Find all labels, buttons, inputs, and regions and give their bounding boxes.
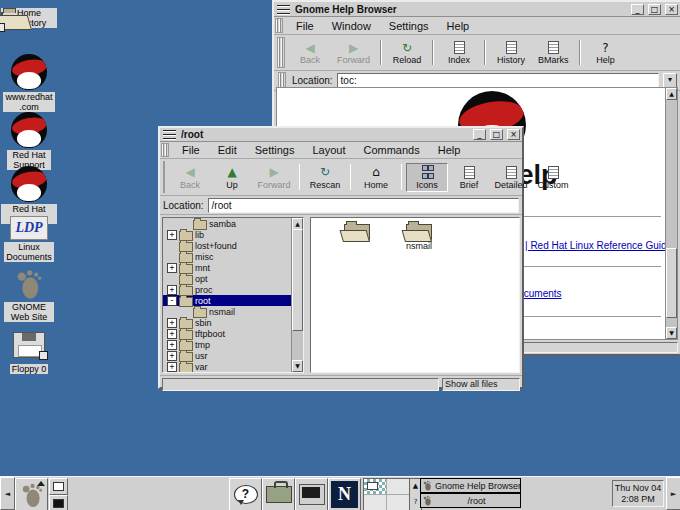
tree-item-misc[interactable]: misc: [163, 251, 292, 262]
toolbar-drag-handle[interactable]: [277, 37, 285, 68]
desktop-icon-linux-documents[interactable]: LDP Linux Documents: [1, 216, 57, 264]
file-item-nsmail[interactable]: nsmail: [391, 224, 447, 251]
bmarks-button[interactable]: BMarks: [532, 38, 575, 67]
workspace-1-active[interactable]: [364, 479, 386, 494]
scroll-down-icon[interactable]: ▼: [292, 360, 303, 372]
desktop-icon-gnome-web-site[interactable]: GNOME Web Site: [1, 268, 57, 324]
collapse-icon[interactable]: -: [167, 296, 177, 306]
close-button[interactable]: ×: [507, 129, 520, 140]
menu-settings[interactable]: Settings: [246, 143, 304, 157]
reload-button[interactable]: ↻Reload: [386, 38, 428, 67]
task-gnome-help-browser[interactable]: Gnome Help Browser: [420, 478, 521, 493]
window-menu-icon[interactable]: [162, 129, 177, 140]
custom-view-button[interactable]: Custom: [532, 163, 574, 192]
screen-light-icon[interactable]: [49, 478, 68, 495]
menu-commands[interactable]: Commands: [354, 143, 428, 157]
tree-item-lost-found[interactable]: lost+found: [163, 240, 292, 251]
rescan-button[interactable]: ↻Rescan: [304, 163, 346, 192]
minimize-button[interactable]: _: [631, 4, 644, 15]
scrollbar-thumb[interactable]: [666, 248, 677, 318]
expand-icon[interactable]: +: [167, 340, 177, 350]
scroll-down-icon[interactable]: ▼: [666, 327, 677, 339]
menu-window[interactable]: Window: [323, 19, 380, 33]
desktop-icon-floppy-0[interactable]: Floppy 0: [1, 332, 57, 376]
workspace-pager[interactable]: [363, 478, 410, 510]
menu-settings[interactable]: Settings: [380, 19, 438, 33]
help-button[interactable]: ?Help: [585, 38, 627, 67]
desktop-icon-red-hat-support[interactable]: Red Hat Support: [1, 112, 57, 172]
file-item[interactable]: [329, 224, 385, 241]
brief-view-button[interactable]: Brief: [448, 163, 490, 192]
menubar-drag-handle[interactable]: [275, 18, 283, 33]
index-button[interactable]: Index: [438, 38, 480, 67]
scroll-up-icon[interactable]: ▲: [666, 88, 677, 100]
icons-view-button[interactable]: Icons: [406, 163, 448, 192]
tree-item-opt[interactable]: opt: [163, 273, 292, 284]
tree-item-proc[interactable]: +proc: [163, 284, 292, 295]
status-filter: Show all files: [442, 378, 520, 391]
expand-icon[interactable]: +: [167, 351, 177, 361]
tree-item-nsmail[interactable]: nsmail: [163, 306, 292, 317]
home-button[interactable]: ⌂Home: [355, 163, 397, 192]
detailed-view-button[interactable]: Detailed: [490, 163, 532, 192]
desktop-icon-www-redhat-com[interactable]: www.redhat.com: [1, 54, 57, 114]
menu-file[interactable]: File: [287, 19, 323, 33]
help-window-titlebar[interactable]: Gnome Help Browser _ □ ×: [274, 2, 680, 17]
up-button[interactable]: ▲Up: [211, 163, 253, 192]
netscape-launcher[interactable]: N: [328, 478, 361, 510]
screen-dark-icon[interactable]: [49, 495, 68, 510]
expand-icon[interactable]: +: [167, 318, 177, 328]
window-menu-icon[interactable]: [276, 4, 291, 15]
workspace-3[interactable]: [364, 495, 386, 510]
config-tool-launcher[interactable]: [262, 478, 295, 510]
toolbar-drag-handle[interactable]: [163, 161, 165, 193]
back-button[interactable]: ◀Back: [289, 38, 331, 67]
maximize-button[interactable]: □: [648, 4, 661, 15]
menu-help[interactable]: Help: [429, 143, 470, 157]
history-button[interactable]: History: [490, 38, 532, 67]
close-button[interactable]: ×: [665, 4, 678, 15]
tree-item-lib[interactable]: +lib: [163, 229, 292, 240]
scrollbar-thumb[interactable]: [292, 229, 303, 331]
workspace-2[interactable]: [387, 479, 409, 494]
expand-icon[interactable]: +: [167, 230, 177, 240]
tree-item-samba[interactable]: samba: [163, 218, 292, 229]
menubar-drag-handle[interactable]: [161, 143, 169, 157]
menu-help[interactable]: Help: [438, 19, 479, 33]
tree-item-tmp[interactable]: +tmp: [163, 339, 292, 350]
panel-hide-right-button[interactable]: ►: [666, 477, 680, 510]
back-button[interactable]: ◀Back: [169, 163, 211, 192]
panel-hide-left-button[interactable]: ◄: [0, 477, 15, 510]
tree-item-tftpboot[interactable]: +tftpboot: [163, 328, 292, 339]
location-dropdown-button[interactable]: ▾: [663, 73, 677, 88]
location-input[interactable]: /root: [208, 198, 519, 213]
tree-item-sbin[interactable]: +sbin: [163, 317, 292, 328]
tree-item-var[interactable]: +var: [163, 361, 292, 372]
tree-scrollbar[interactable]: ▲ ▼: [291, 218, 303, 372]
content-scrollbar[interactable]: ▲ ▼: [665, 88, 677, 339]
forward-button[interactable]: ▶Forward: [253, 163, 295, 192]
expand-icon[interactable]: +: [167, 285, 177, 295]
maximize-button[interactable]: □: [490, 129, 503, 140]
tree-item-root-selected[interactable]: -root: [163, 295, 292, 306]
menu-file[interactable]: File: [173, 143, 209, 157]
workspace-4[interactable]: [387, 495, 409, 510]
tree-item-mnt[interactable]: +mnt: [163, 262, 292, 273]
expand-icon[interactable]: +: [167, 329, 177, 339]
menu-edit[interactable]: Edit: [209, 143, 246, 157]
tree-item-usr[interactable]: +usr: [163, 350, 292, 361]
terminal-launcher[interactable]: [295, 478, 328, 510]
main-menu-button[interactable]: [15, 478, 48, 510]
forward-button[interactable]: ▶Forward: [331, 38, 376, 67]
desktop-icon-home-directory[interactable]: Home directory: [1, 6, 57, 30]
fm-window-titlebar[interactable]: /root _ □ ×: [160, 128, 522, 142]
help-launcher[interactable]: ?: [229, 478, 262, 510]
location-input[interactable]: toc:: [337, 73, 659, 88]
expand-icon[interactable]: +: [167, 263, 177, 273]
pane-divider[interactable]: [304, 217, 308, 373]
minimize-button[interactable]: _: [473, 129, 486, 140]
task-root-folder[interactable]: /root: [420, 493, 521, 508]
menu-layout[interactable]: Layout: [303, 143, 354, 157]
expand-icon[interactable]: +: [167, 362, 177, 372]
reference-guide-link[interactable]: | Red Hat Linux Reference Guide: [525, 240, 672, 251]
